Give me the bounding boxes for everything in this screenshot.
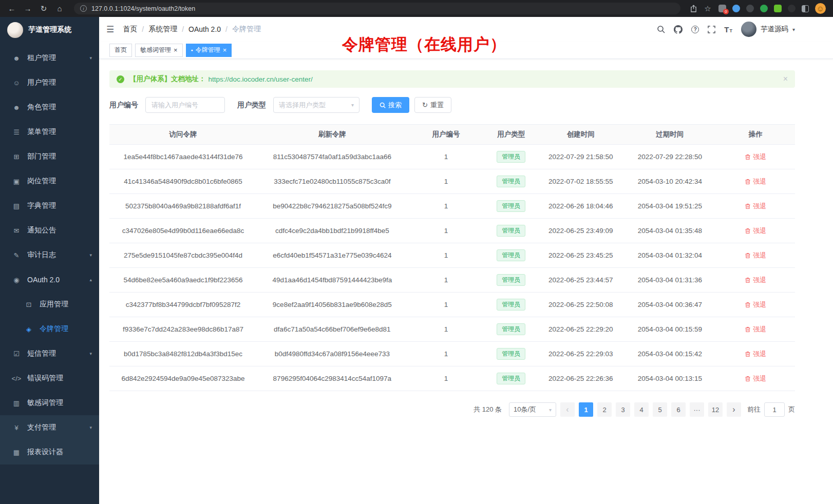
sidebar-item-dict[interactable]: ▤ 字典管理 bbox=[0, 193, 99, 218]
extension-icon[interactable] bbox=[746, 5, 754, 12]
page-size-select[interactable]: 10条/页 ▾ bbox=[509, 402, 556, 417]
hamburger-icon[interactable]: ☰ bbox=[106, 24, 114, 35]
extension-icon[interactable] bbox=[774, 5, 782, 12]
menu-item-icon: ▤ bbox=[11, 202, 22, 210]
extension-icon[interactable]: 0 bbox=[718, 5, 726, 12]
share-icon[interactable] bbox=[690, 5, 697, 12]
browser-profile-avatar[interactable]: ☺ bbox=[815, 3, 826, 14]
extension-icon[interactable] bbox=[732, 5, 740, 12]
reset-button[interactable]: ↻ 重置 bbox=[414, 97, 451, 113]
close-tab-icon[interactable]: × bbox=[174, 47, 178, 53]
app-logo[interactable]: 芋道管理系统 bbox=[0, 17, 99, 43]
sidebar-item-user[interactable]: ☺ 用户管理 bbox=[0, 70, 99, 95]
page-button-12[interactable]: 12 bbox=[708, 402, 723, 417]
refresh-token-cell: e6cfd40eb1f54571a31e775e039c4624 bbox=[257, 243, 408, 267]
reload-icon[interactable]: ↻ bbox=[39, 5, 48, 12]
chevron-down-icon: ▾ bbox=[549, 407, 552, 413]
breadcrumb-item[interactable]: OAuth 2.0 bbox=[188, 25, 221, 33]
search-icon[interactable] bbox=[657, 25, 665, 33]
sidebar-item-sms[interactable]: ☑ 短信管理 ▾ bbox=[0, 341, 99, 366]
page-button-4[interactable]: 4 bbox=[634, 402, 649, 417]
user-type-badge: 管理员 bbox=[497, 373, 525, 384]
sidebar-item-payment[interactable]: ¥ 支付管理 ▾ bbox=[0, 415, 99, 440]
next-page-button[interactable]: › bbox=[727, 402, 741, 417]
prev-page-button[interactable]: ‹ bbox=[560, 402, 575, 417]
page-button-3[interactable]: 3 bbox=[616, 402, 630, 417]
tab-group-icon[interactable] bbox=[802, 5, 809, 12]
page-ellipsis[interactable]: ··· bbox=[690, 402, 704, 417]
goto-page-input[interactable] bbox=[764, 402, 785, 417]
sidebar-item-post[interactable]: ▣ 岗位管理 bbox=[0, 169, 99, 193]
user-type-badge: 管理员 bbox=[497, 274, 525, 285]
breadcrumb-item[interactable]: 系统管理 bbox=[148, 25, 177, 34]
breadcrumb-item[interactable]: 首页 bbox=[123, 25, 137, 34]
username: 芋道源码 bbox=[761, 25, 788, 34]
github-icon[interactable] bbox=[674, 25, 683, 34]
sidebar-item-menu[interactable]: ☰ 菜单管理 bbox=[0, 120, 99, 144]
sidebar-item-oauth2[interactable]: ◉ OAuth 2.0 ▴ bbox=[0, 267, 99, 292]
trash-icon bbox=[745, 302, 751, 308]
page-button-1[interactable]: 1 bbox=[579, 402, 593, 417]
alert-text: 【用户体系】文档地址： bbox=[129, 74, 206, 84]
sidebar-item-notice[interactable]: ✉ 通知公告 bbox=[0, 218, 99, 243]
force-logout-button[interactable]: 强退 bbox=[745, 177, 766, 186]
access-token-cell: c342377bf8b344799dcbf7bf095287f2 bbox=[109, 293, 257, 317]
table-row: 275e5de9151045fe87cbdc395e004f4d e6cfd40… bbox=[109, 243, 795, 268]
sidebar-item-app-management[interactable]: ⊡ 应用管理 bbox=[0, 292, 99, 317]
extension-icon[interactable] bbox=[788, 5, 796, 12]
page-button-5[interactable]: 5 bbox=[653, 402, 667, 417]
back-icon[interactable]: ← bbox=[7, 5, 16, 12]
page-button-2[interactable]: 2 bbox=[597, 402, 612, 417]
tab-sensitive-word[interactable]: 敏感词管理 × bbox=[135, 44, 183, 57]
doc-link[interactable]: https://doc.iocoder.cn/user-center/ bbox=[209, 75, 313, 83]
home-icon[interactable]: ⌂ bbox=[55, 5, 64, 12]
tab-home[interactable]: 首页 bbox=[109, 44, 132, 57]
user-avatar bbox=[741, 22, 756, 37]
sidebar-item-dept[interactable]: ⊞ 部门管理 bbox=[0, 144, 99, 169]
force-logout-button[interactable]: 强退 bbox=[745, 152, 766, 162]
user-id-cell: 1 bbox=[408, 317, 485, 341]
table-row: 54d6be82ee5a460a9aedc1f9bf223656 49d1aa4… bbox=[109, 268, 795, 293]
page-button-6[interactable]: 6 bbox=[671, 402, 686, 417]
user-type-select[interactable]: 请选择用户类型 ▾ bbox=[273, 97, 359, 113]
force-logout-button[interactable]: 强退 bbox=[745, 300, 766, 309]
sidebar-item-report-designer[interactable]: ▦ 报表设计器 bbox=[0, 440, 99, 464]
force-logout-button[interactable]: 强退 bbox=[745, 251, 766, 260]
close-tab-icon[interactable]: × bbox=[223, 47, 227, 53]
breadcrumb-item[interactable]: 令牌管理 bbox=[232, 25, 261, 34]
trash-icon bbox=[745, 179, 751, 185]
sidebar-item-audit-log[interactable]: ✎ 审计日志 ▾ bbox=[0, 243, 99, 267]
bookmark-star-icon[interactable]: ☆ bbox=[703, 5, 712, 12]
forward-icon[interactable]: → bbox=[23, 5, 32, 12]
user-type-cell: 管理员 bbox=[484, 366, 538, 391]
sidebar-item-role[interactable]: ☻ 角色管理 bbox=[0, 95, 99, 120]
sidebar-item-tenant[interactable]: ☻ 租户管理 ▾ bbox=[0, 46, 99, 70]
fullscreen-icon[interactable] bbox=[708, 26, 715, 33]
refresh-token-cell: 49d1aa46d1454fbd87591444423be9fa bbox=[257, 268, 408, 292]
user-id-cell: 1 bbox=[408, 194, 485, 218]
help-icon[interactable]: ? bbox=[691, 26, 699, 33]
user-type-badge: 管理员 bbox=[497, 348, 525, 359]
sidebar-item-sensitive-word[interactable]: ▥ 敏感词管理 bbox=[0, 391, 99, 415]
force-logout-button[interactable]: 强退 bbox=[745, 325, 766, 334]
menu-item-icon: ▦ bbox=[11, 449, 22, 456]
action-cell: 强退 bbox=[716, 366, 795, 391]
force-logout-button[interactable]: 强退 bbox=[745, 350, 766, 359]
user-menu[interactable]: 芋道源码 ▾ bbox=[741, 22, 795, 37]
font-size-icon[interactable]: TT bbox=[724, 26, 732, 33]
close-alert-icon[interactable]: × bbox=[783, 75, 788, 83]
pagination: 共 120 条 10条/页 ▾ ‹ 1 2 3 4 bbox=[109, 402, 795, 417]
address-bar[interactable]: i 127.0.0.1:1024/system/oauth2/token bbox=[74, 3, 680, 14]
force-logout-button[interactable]: 强退 bbox=[745, 276, 766, 285]
force-logout-button[interactable]: 强退 bbox=[745, 202, 766, 211]
extension-icon[interactable] bbox=[760, 5, 768, 12]
sidebar-item-token-management[interactable]: ◈ 令牌管理 bbox=[0, 317, 99, 341]
user-id-input[interactable] bbox=[145, 97, 225, 113]
search-button[interactable]: 搜索 bbox=[372, 97, 409, 113]
sidebar-menu: ☻ 租户管理 ▾ ☺ 用户管理 ☻ 角色管理 ☰ bbox=[0, 43, 99, 504]
access-token-cell: 6d842e2924594de9a09e45e087323abe bbox=[109, 366, 257, 391]
force-logout-button[interactable]: 强退 bbox=[745, 226, 766, 236]
tab-token-management[interactable]: ● 令牌管理 × bbox=[186, 44, 232, 57]
sidebar-item-error-code[interactable]: </> 错误码管理 bbox=[0, 366, 99, 391]
force-logout-button[interactable]: 强退 bbox=[745, 374, 766, 383]
